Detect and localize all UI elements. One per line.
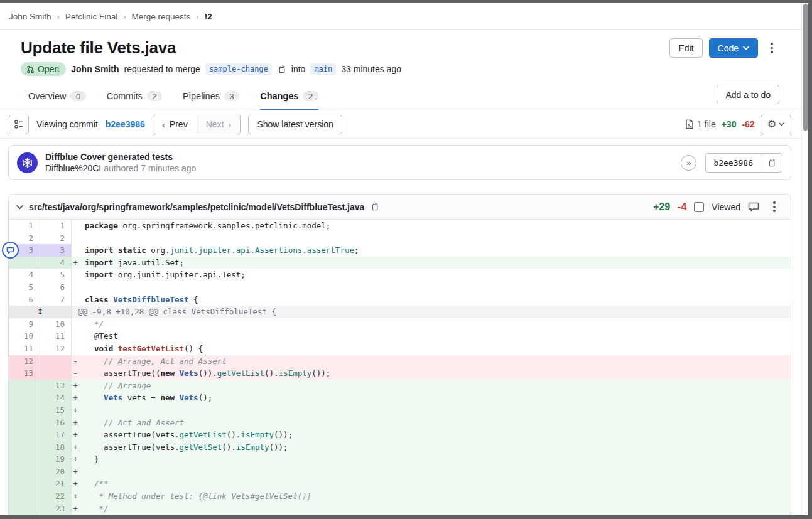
viewed-checkbox[interactable] (694, 202, 704, 212)
add-todo-button[interactable]: Add a to do (717, 85, 779, 104)
file-tree-icon (14, 119, 24, 129)
edit-button[interactable]: Edit (669, 38, 702, 58)
copy-branch-icon[interactable] (277, 65, 286, 74)
target-branch-chip[interactable]: main (310, 63, 336, 75)
chevron-left-icon: ‹ (162, 119, 165, 130)
line-number-new[interactable]: 5 (40, 269, 72, 281)
commit-sha: b2ee3986 (706, 154, 761, 172)
line-number-old[interactable] (9, 257, 40, 269)
mr-time: 33 minutes ago (341, 64, 401, 74)
copy-sha-icon[interactable] (761, 154, 782, 172)
tab-changes[interactable]: Changes2 (260, 83, 318, 110)
line-number-new[interactable]: 21 (40, 478, 72, 490)
page-scrollbar[interactable] (801, 3, 808, 515)
code-line (79, 281, 791, 294)
mr-meta: Open John Smith requested to merge sampl… (0, 58, 801, 76)
into-text: into (291, 64, 306, 74)
line-number-new[interactable]: 12 (40, 343, 72, 355)
scrollbar-thumb[interactable] (803, 4, 808, 131)
line-number-old[interactable] (9, 380, 40, 392)
line-number-old[interactable]: 5 (9, 281, 40, 294)
line-number-old[interactable]: 9 (9, 318, 40, 331)
line-number-old[interactable] (9, 453, 40, 466)
expand-commit-details-button[interactable]: » (681, 155, 696, 171)
line-number-new[interactable]: 10 (40, 318, 72, 331)
line-number-old[interactable] (9, 404, 40, 417)
line-number-old[interactable] (9, 503, 40, 515)
breadcrumb-item[interactable]: John Smith (9, 12, 51, 21)
diff-row: 12- // Arrange, Act and Assert (9, 355, 791, 368)
copy-file-path-icon[interactable] (370, 202, 379, 211)
line-number-new[interactable]: 17 (40, 429, 72, 441)
mr-tabs: Overview0Commits2Pipelines3Changes2 Add … (0, 83, 801, 110)
line-number-old[interactable] (9, 490, 40, 503)
line-number-old[interactable] (9, 429, 40, 441)
comment-icon[interactable] (748, 201, 759, 212)
expand-lines-icon[interactable]: ↕ (37, 306, 44, 318)
line-number-new[interactable]: 1 (40, 220, 72, 232)
prev-commit-button[interactable]: ‹ Prev (153, 115, 197, 134)
line-number-old[interactable] (9, 417, 40, 429)
tab-pipelines[interactable]: Pipelines3 (183, 83, 239, 110)
diffblue-logo-icon (21, 157, 33, 169)
line-number-old[interactable]: 4 (9, 269, 40, 281)
line-number-new[interactable]: 7 (40, 294, 72, 306)
diff-row: 56 (9, 281, 791, 294)
next-commit-button[interactable]: Next › (197, 115, 241, 134)
diff-marker: + (72, 453, 79, 466)
comment-thread-icon[interactable] (2, 242, 19, 259)
header-actions: Edit Code (669, 38, 779, 58)
line-number-new[interactable]: 19 (40, 453, 72, 466)
line-number-new[interactable]: 13 (40, 380, 72, 392)
line-number-new[interactable]: 3 (40, 244, 72, 257)
line-number-old[interactable] (9, 466, 40, 478)
line-number-old[interactable]: 11 (9, 343, 40, 355)
line-number-old[interactable] (9, 392, 40, 404)
diff-row: 23+ */ (9, 503, 791, 515)
file-tree-toggle-button[interactable] (9, 115, 29, 134)
diff-row: 67class VetsDiffblueTest { (9, 294, 791, 306)
diff-marker: + (72, 503, 79, 515)
breadcrumb-item[interactable]: Petclinic Final (65, 12, 117, 21)
diff-row: 11package org.springframework.samples.pe… (9, 220, 791, 232)
more-actions-icon[interactable] (764, 39, 779, 58)
line-number-new[interactable]: 20 (40, 466, 72, 478)
line-number-new[interactable]: 15 (40, 404, 72, 417)
code-line: import org.junit.jupiter.api.Test; (79, 269, 791, 281)
mr-author[interactable]: John Smith (71, 64, 119, 74)
line-number-new[interactable]: 14 (40, 392, 72, 404)
viewed-commit-link[interactable]: b2ee3986 (106, 119, 145, 129)
line-number-new[interactable]: 2 (40, 232, 72, 245)
breadcrumb-item[interactable]: Merge requests (132, 12, 191, 21)
line-number-old[interactable]: 12 (9, 355, 40, 368)
line-number-new[interactable]: 23 (40, 503, 72, 515)
file-options-icon[interactable] (767, 198, 782, 217)
diff-marker: + (72, 417, 79, 429)
commit-author[interactable]: Diffblue%20CI (45, 163, 101, 173)
line-number-new[interactable]: 6 (40, 281, 72, 294)
code-button[interactable]: Code (709, 38, 758, 58)
line-number-old[interactable]: 13 (9, 367, 40, 380)
line-number-new[interactable]: 4 (40, 257, 72, 269)
line-number-old[interactable]: 6 (9, 294, 40, 306)
line-number-old[interactable]: 10 (9, 330, 40, 343)
line-number-new[interactable]: 16 (40, 417, 72, 429)
source-branch-chip[interactable]: sample-change (205, 63, 272, 75)
file-icon (685, 119, 694, 129)
line-number-old[interactable] (9, 478, 40, 490)
commit-title[interactable]: Diffblue Cover generated tests (45, 152, 196, 162)
line-number-old[interactable] (9, 441, 40, 454)
diff-settings-button[interactable]: ⚙ (761, 115, 791, 134)
commit-card: Diffblue Cover generated tests Diffblue%… (8, 145, 791, 180)
line-number-new[interactable]: 18 (40, 441, 72, 454)
line-number-old[interactable]: 1 (9, 220, 40, 232)
show-latest-version-button[interactable]: Show latest version (248, 115, 342, 134)
tab-commits[interactable]: Commits2 (107, 83, 162, 110)
collapse-file-icon[interactable] (16, 205, 23, 210)
line-number-new[interactable] (40, 355, 72, 368)
line-number-new[interactable]: 11 (40, 330, 72, 343)
line-number-new[interactable]: 22 (40, 490, 72, 503)
file-path[interactable]: src/test/java/org/springframework/sample… (29, 202, 364, 212)
tab-overview[interactable]: Overview0 (28, 83, 86, 110)
line-number-new[interactable] (40, 367, 72, 380)
